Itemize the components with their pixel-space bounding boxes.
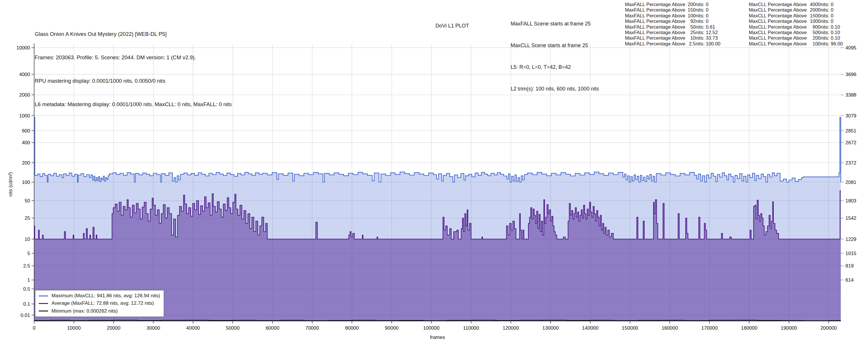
x-tick-label: 150000 (622, 325, 638, 331)
x-tick-label: 20000 (107, 325, 120, 331)
y-right-code-label: 3079 (845, 113, 857, 119)
minimum-line-swatch (39, 311, 48, 311)
y-tick-label: 0.1 (23, 301, 30, 307)
x-tick-label: 30000 (146, 325, 160, 331)
stats-row: MaxFALL Percentage Above200nits:0 (625, 2, 720, 7)
y-right-code-label: 1229 (845, 236, 857, 242)
x-tick-label: 110000 (463, 325, 479, 331)
y-tick-label: 200 (22, 160, 30, 166)
scene-line-l5: L5: R=0, L=0, T=42, B=42 (511, 64, 599, 71)
y-tick-label: 0.01 (21, 313, 30, 318)
maximum-line (34, 117, 841, 182)
stats-row: MaxFALL Percentage Above50nits:0.61 (625, 24, 720, 30)
y-right-code-label: 1015 (845, 251, 857, 256)
y-tick-label: 5 (28, 251, 30, 256)
legend: Maximum (MaxCLL: 941.86 nits, avg: 126.9… (35, 290, 164, 317)
maxcll-percentage-column: MaxCLL Percentage Above4000nits:0MaxCLL … (749, 2, 843, 46)
x-tick-label: 160000 (661, 325, 678, 331)
y-tick-label: 2000 (19, 92, 30, 98)
stats-row: MaxCLL Percentage Above1000nits:0 (749, 19, 843, 24)
x-tick-label: 190000 (781, 325, 797, 331)
y-right-code-label: 2372 (845, 160, 857, 166)
scene-info-block: MaxFALL Scene starts at frame 25 MaxCLL … (511, 6, 599, 107)
x-tick-label: 180000 (741, 325, 757, 331)
x-tick-label: 70000 (305, 325, 319, 331)
y-tick-label: 1 (28, 277, 30, 283)
stats-row: MaxFALL Percentage Above92nits:0 (625, 19, 720, 24)
maxfall-percentage-column: MaxFALL Percentage Above200nits:0MaxFALL… (625, 2, 720, 46)
stats-row: MaxCLL Percentage Above1500nits:0 (749, 13, 843, 19)
stats-row: MaxFALL Percentage Above150nits:0 (625, 7, 720, 13)
y-tick-label: 50 (25, 198, 30, 203)
average-line-swatch (39, 303, 48, 304)
x-tick-label: 100000 (423, 325, 440, 331)
y-tick-label: 4000 (19, 72, 30, 77)
legend-label-minimum: Minimum (max: 0.000262 nits) (52, 308, 118, 314)
y-right-code-label: 2081 (845, 180, 857, 185)
x-tick-label: 40000 (186, 325, 200, 331)
y-tick-label: 0.5 (23, 286, 30, 292)
legend-item-average: Average (MaxFALL: 72.88 nits, avg: 12.72… (39, 301, 160, 306)
stats-row: MaxCLL Percentage Above200nits:0.10 (749, 35, 843, 41)
y-right-code-label: 819 (845, 263, 854, 269)
y-axis-label: nits (cd/m²) (8, 172, 13, 197)
stats-row: MaxFALL Percentage Above25nits:12.52 (625, 30, 720, 35)
x-tick-label: 130000 (542, 325, 559, 331)
x-tick-label: 60000 (266, 325, 279, 331)
stats-row: MaxCLL Percentage Above800nits:0.10 (749, 24, 843, 30)
x-tick-label: 80000 (345, 325, 359, 331)
stats-row: MaxCLL Percentage Above500nits:0.10 (749, 30, 843, 35)
x-tick-label: 120000 (503, 325, 519, 331)
y-tick-label: 10000 (17, 45, 30, 51)
stats-row: MaxFALL Percentage Above2.5nits:100.00 (625, 41, 720, 46)
y-right-code-label: 1803 (845, 198, 857, 203)
y-tick-label: 2.5 (23, 263, 30, 269)
y-tick-label: 100 (22, 180, 30, 185)
stats-row: MaxCLL Percentage Above4000nits:0 (749, 2, 843, 7)
y-right-code-label: 1542 (845, 215, 857, 221)
x-axis-label: frames (430, 335, 445, 340)
legend-label-maximum: Maximum (MaxCLL: 941.86 nits, avg: 126.9… (52, 293, 160, 299)
legend-item-maximum: Maximum (MaxCLL: 941.86 nits, avg: 126.9… (39, 293, 160, 299)
title-block: Glass Onion A Knives Out Mystery (2022) … (35, 14, 232, 124)
info-line-frames: Frames: 203063. Profile: 5. Scenes: 2044… (35, 54, 232, 61)
x-tick-label: 10000 (67, 325, 81, 331)
scene-line-maxcll: MaxCLL Scene starts at frame 25 (511, 42, 599, 49)
x-tick-label: 0 (33, 325, 35, 331)
scene-line-l2: L2 trim(s): 100 nits, 600 nits, 1000 nit… (511, 85, 599, 93)
x-tick-label: 50000 (226, 325, 240, 331)
y-tick-label: 25 (25, 215, 30, 221)
x-tick-label: 140000 (582, 325, 599, 331)
plot-type-label: DoVi L1 PLOT (435, 23, 469, 28)
info-line-rpu: RPU mastering display: 0.0001/1000 nits,… (35, 77, 232, 85)
y-tick-label: 600 (22, 128, 30, 134)
legend-label-average: Average (MaxFALL: 72.88 nits, avg: 12.72… (52, 301, 154, 306)
y-right-code-label: 614 (845, 277, 854, 283)
y-right-code-label: 2851 (845, 128, 857, 134)
y-right-code-label: 3388 (845, 92, 857, 98)
x-tick-label: 170000 (701, 325, 718, 331)
x-tick-label: 90000 (385, 325, 398, 331)
stats-row: MaxFALL Percentage Above10nits:33.73 (625, 35, 720, 41)
scene-line-maxfall: MaxFALL Scene starts at frame 25 (511, 20, 599, 28)
page-title: Glass Onion A Knives Out Mystery (2022) … (35, 30, 232, 38)
y-tick-label: 400 (22, 140, 30, 146)
y-right-code-label: 4095 (845, 45, 857, 51)
y-right-code-label: 3696 (845, 72, 857, 77)
y-tick-label: 10 (25, 236, 30, 242)
dovi-l1-plot-window: 1000040002000100060040020010050251052.51… (0, 0, 868, 347)
legend-item-minimum: Minimum (max: 0.000262 nits) (39, 308, 160, 314)
stats-row: MaxCLL Percentage Above2000nits:0 (749, 7, 843, 13)
stats-row: MaxFALL Percentage Above100nits:0 (625, 13, 720, 19)
y-tick-label: 1000 (19, 113, 30, 119)
stats-row: MaxCLL Percentage Above100nits:96.00 (749, 41, 843, 46)
y-right-code-label: 2672 (845, 140, 857, 146)
info-line-l6: L6 metadata: Mastering display: 0.0001/1… (35, 100, 232, 108)
maximum-line-swatch (39, 295, 48, 296)
x-tick-label: 200000 (820, 325, 837, 331)
